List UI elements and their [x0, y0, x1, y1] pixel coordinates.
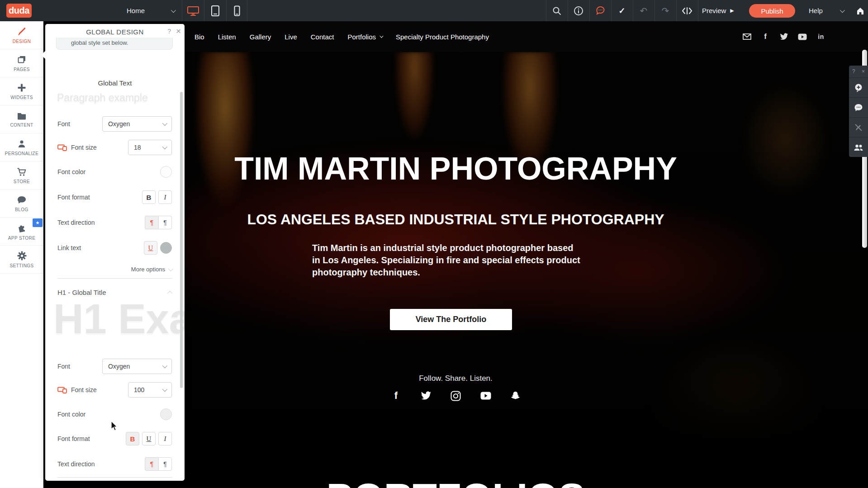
folder-icon: [16, 111, 27, 120]
h1-font-color-swatch[interactable]: [160, 408, 172, 420]
h1-direction-ltr-button[interactable]: ¶: [145, 457, 158, 471]
nav-item-live[interactable]: Live: [285, 33, 297, 41]
nav-item-gallery[interactable]: Gallery: [250, 33, 271, 41]
plus-icon: [17, 83, 27, 93]
brush-slash-icon: [854, 123, 863, 133]
youtube-icon[interactable]: [798, 32, 807, 41]
sidebar-item-label: PAGES: [14, 67, 30, 72]
snapchat-icon[interactable]: [510, 390, 521, 401]
italic-button[interactable]: I: [158, 190, 172, 204]
linkedin-icon[interactable]: in: [816, 32, 825, 41]
font-color-row: Font color: [57, 164, 172, 180]
twitter-icon[interactable]: [779, 32, 788, 41]
panel-scrollbar[interactable]: [180, 92, 183, 388]
sidebar-item-settings[interactable]: SETTINGS: [0, 246, 43, 274]
devices-icon: [57, 387, 67, 393]
sidebar-item-app-store[interactable]: APP STORE ★: [0, 218, 43, 246]
device-mobile-button[interactable]: [227, 0, 247, 21]
dev-mode-button[interactable]: [676, 0, 698, 21]
link-underline-button[interactable]: U: [144, 241, 157, 255]
panel-help-button[interactable]: ?: [167, 28, 171, 35]
redo-button[interactable]: ↷: [655, 0, 676, 21]
collaborators-button[interactable]: [849, 137, 868, 157]
close-icon[interactable]: ×: [862, 68, 865, 75]
instagram-icon[interactable]: [451, 390, 461, 401]
font-color-label: Font color: [57, 411, 85, 418]
font-format-row: Font format B I: [57, 190, 172, 205]
site-nav-items: Bio Listen Gallery Live Contact Portfoli…: [194, 33, 489, 41]
tablet-icon: [211, 5, 220, 17]
chat-bubble-icon: [595, 5, 606, 16]
h1-font-size-dropdown[interactable]: 100: [128, 382, 172, 398]
font-value: Oxygen: [108, 120, 130, 128]
h1-italic-button[interactable]: I: [158, 432, 172, 445]
direction-rtl-button[interactable]: ¶: [158, 216, 172, 229]
text-direction-label: Text direction: [57, 219, 95, 226]
preview-button[interactable]: Preview ▶: [702, 0, 734, 21]
device-tablet-button[interactable]: [204, 0, 226, 21]
nav-item-contact[interactable]: Contact: [311, 33, 334, 41]
nav-item-portfolios[interactable]: Portfolios: [347, 33, 382, 41]
info-button[interactable]: [568, 0, 589, 21]
floating-help-button[interactable]: ?: [852, 68, 855, 75]
font-size-text: Font size: [71, 144, 97, 151]
gear-icon: [17, 251, 27, 261]
sidebar-item-design[interactable]: DESIGN: [0, 21, 43, 49]
direction-ltr-button[interactable]: ¶: [145, 216, 158, 229]
view-portfolio-button[interactable]: View The Portfolio: [390, 309, 512, 330]
h1-bold-button[interactable]: B: [126, 432, 139, 445]
sidebar-item-blog[interactable]: BLOG: [0, 190, 43, 218]
duda-editor: duda Home: [0, 0, 868, 488]
nav-item-bio[interactable]: Bio: [194, 33, 204, 41]
h1-font-row: Font Oxygen: [57, 359, 172, 374]
font-color-label: Font color: [57, 168, 85, 175]
twitter-icon[interactable]: [421, 390, 432, 401]
h1-font-dropdown[interactable]: Oxygen: [102, 359, 172, 374]
more-options-link[interactable]: More options: [131, 266, 172, 273]
h1-underline-button[interactable]: U: [142, 432, 156, 445]
nav-item-listen[interactable]: Listen: [218, 33, 236, 41]
facebook-icon[interactable]: f: [391, 390, 402, 401]
search-button[interactable]: [546, 0, 568, 21]
link-text-row: Link text U: [57, 240, 172, 256]
device-desktop-button[interactable]: [182, 0, 204, 21]
hero-description: Tim Martin is an industrial style produc…: [312, 242, 583, 279]
sidebar-item-store[interactable]: STORE: [0, 161, 43, 190]
youtube-icon[interactable]: [480, 390, 491, 401]
feedback-chat-button[interactable]: [589, 0, 611, 21]
divider: [57, 477, 172, 478]
hide-markers-button[interactable]: [849, 117, 868, 137]
sidebar-item-pages[interactable]: PAGES: [0, 49, 43, 77]
publish-button[interactable]: Publish: [749, 4, 795, 18]
sidebar-item-content[interactable]: CONTENT: [0, 105, 43, 133]
bold-button[interactable]: B: [142, 190, 156, 204]
nav-item-specialty[interactable]: Specialty Product Photography: [396, 33, 489, 41]
h1-direction-rtl-button[interactable]: ¶: [158, 457, 172, 471]
sidebar-item-personalize[interactable]: PERSONALIZE: [0, 133, 43, 161]
email-icon[interactable]: [742, 32, 751, 41]
chevron-up-icon: [167, 290, 172, 295]
font-size-dropdown[interactable]: 18: [128, 140, 172, 155]
sidebar-item-widgets[interactable]: WIDGETS: [0, 77, 43, 105]
dashboard-home-button[interactable]: [852, 0, 868, 21]
preview-label: Preview: [702, 7, 726, 14]
link-color-swatch[interactable]: [160, 242, 172, 254]
comments-button[interactable]: [849, 97, 868, 117]
help-dropdown[interactable]: Help: [809, 0, 844, 21]
undo-button[interactable]: ↶: [633, 0, 655, 21]
font-dropdown[interactable]: Oxygen: [102, 116, 172, 132]
close-icon[interactable]: ×: [176, 26, 181, 36]
zoom-comment-button[interactable]: [849, 77, 868, 97]
font-color-swatch[interactable]: [160, 166, 172, 178]
cart-icon: [16, 167, 27, 177]
page-selector-dropdown[interactable]: Home: [127, 0, 175, 21]
facebook-icon[interactable]: f: [761, 32, 770, 41]
code-icon: [682, 7, 693, 15]
duda-logo[interactable]: duda: [6, 4, 32, 18]
panel-scroll-area[interactable]: global style set below. Global Text Para…: [45, 38, 185, 481]
font-format-label: Font format: [57, 194, 90, 201]
panel-title: GLOBAL DESIGN: [45, 28, 185, 36]
save-check-button[interactable]: ✓: [611, 0, 633, 21]
devices-icon: [57, 144, 67, 151]
panel-header: GLOBAL DESIGN ? ×: [45, 24, 185, 38]
